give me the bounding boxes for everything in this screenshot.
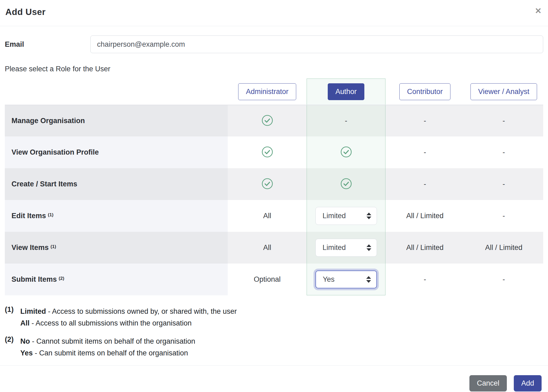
footnote-line: Limited - Access to submissions owned by… (20, 305, 237, 317)
permission-label: View Items(1) (5, 232, 228, 264)
email-field[interactable] (90, 36, 543, 53)
permission-cell: - (464, 136, 543, 168)
select-updown-icon (366, 276, 371, 283)
permission-cell: All (228, 232, 307, 264)
not-available-dash: - (503, 180, 505, 188)
footnotes: (1)Limited - Access to submissions owned… (5, 305, 543, 359)
modal-footer: Cancel Add (0, 365, 548, 391)
footnote-ref: (1) (48, 212, 53, 218)
footnote-line: No - Cannot submit items on behalf of th… (20, 335, 195, 347)
permission-cell (228, 168, 307, 200)
not-available-dash: - (345, 117, 347, 125)
permission-cell: Limited (307, 232, 385, 264)
footnote: (1)Limited - Access to submissions owned… (5, 305, 543, 329)
footnote-line: All - Access to all submissions within t… (20, 317, 237, 329)
permission-value: All (263, 244, 271, 252)
email-row: Email (5, 36, 543, 53)
permission-cell: Limited (307, 200, 385, 232)
permission-value: All / Limited (485, 244, 523, 252)
permission-cell (228, 136, 307, 168)
permission-cell (307, 136, 385, 168)
table-row: Create / Start Items-- (5, 168, 543, 200)
check-circle-icon (340, 146, 352, 159)
permission-label: Submit Items(2) (5, 264, 228, 295)
not-available-dash: - (503, 148, 505, 156)
footnote-ref: (2) (59, 276, 64, 281)
not-available-dash: - (424, 148, 426, 156)
permission-cell: All / Limited (385, 232, 464, 264)
check-circle-icon (261, 115, 273, 127)
permission-cell: All / Limited (464, 232, 543, 264)
permission-cell: - (385, 168, 464, 200)
permission-label: Edit Items(1) (5, 200, 228, 232)
email-label: Email (5, 40, 90, 49)
role-prompt: Please select a Role for the User (5, 65, 543, 73)
not-available-dash: - (503, 212, 505, 220)
modal-title: Add User (5, 7, 46, 17)
role-button-administrator[interactable]: Administrator (238, 83, 296, 100)
role-header-spacer (5, 79, 228, 105)
permission-label: Manage Organisation (5, 105, 228, 136)
permission-cell: - (307, 105, 385, 136)
table-row: Edit Items(1)AllLimitedAll / Limited- (5, 200, 543, 232)
footnote: (2)No - Cannot submit items on behalf of… (5, 335, 543, 359)
footnote-marker: (1) (5, 305, 20, 329)
select-updown-icon (366, 213, 371, 219)
permission-value: Optional (254, 275, 281, 284)
permission-cell: - (385, 136, 464, 168)
role-column-administrator: Administrator (228, 79, 307, 105)
permission-select[interactable]: Limited (315, 207, 377, 225)
permissions-table: AdministratorAuthorContributorViewer / A… (5, 79, 543, 295)
table-row: Submit Items(2)OptionalYes-- (5, 264, 543, 295)
not-available-dash: - (424, 180, 426, 188)
permission-select[interactable]: Yes (315, 271, 377, 288)
table-row: Manage Organisation--- (5, 105, 543, 136)
not-available-dash: - (503, 275, 505, 284)
permission-value: All / Limited (406, 212, 444, 220)
not-available-dash: - (503, 117, 505, 125)
role-button-contributor[interactable]: Contributor (399, 83, 451, 100)
permission-value: All (263, 212, 271, 220)
permission-cell: - (464, 264, 543, 295)
permission-select[interactable]: Limited (315, 239, 377, 257)
permission-cell: Yes (307, 264, 385, 295)
cancel-button[interactable]: Cancel (469, 375, 507, 391)
permission-label: View Organisation Profile (5, 136, 228, 168)
modal-header: Add User ✕ (0, 0, 548, 26)
permission-cell: All (228, 200, 307, 232)
permission-cell: - (385, 264, 464, 295)
not-available-dash: - (424, 117, 426, 125)
footnote-marker: (2) (5, 335, 20, 359)
role-column-author: Author (307, 79, 385, 105)
permission-cell: - (464, 105, 543, 136)
permission-cell: Optional (228, 264, 307, 295)
role-button-viewer-analyst[interactable]: Viewer / Analyst (470, 83, 537, 100)
role-button-author[interactable]: Author (328, 83, 365, 100)
check-circle-icon (261, 178, 273, 191)
close-icon[interactable]: ✕ (535, 7, 542, 15)
table-row: View Organisation Profile-- (5, 136, 543, 168)
check-circle-icon (340, 178, 352, 191)
permission-cell (307, 168, 385, 200)
role-column-contributor: Contributor (385, 79, 464, 105)
permission-label: Create / Start Items (5, 168, 228, 200)
footnote-ref: (1) (51, 244, 56, 249)
permission-cell: - (385, 105, 464, 136)
not-available-dash: - (424, 275, 426, 284)
permission-value: All / Limited (406, 244, 444, 252)
permission-cell: - (464, 168, 543, 200)
select-updown-icon (366, 244, 371, 251)
check-circle-icon (261, 146, 273, 159)
permission-cell: All / Limited (385, 200, 464, 232)
table-row: View Items(1)AllLimitedAll / LimitedAll … (5, 232, 543, 264)
role-column-viewer-analyst: Viewer / Analyst (464, 79, 543, 105)
footnote-line: Yes - Can submit items on behalf of the … (20, 347, 195, 359)
add-user-modal: Add User ✕ Email Please select a Role fo… (0, 0, 548, 391)
role-header-row: AdministratorAuthorContributorViewer / A… (5, 79, 543, 105)
permission-cell: - (464, 200, 543, 232)
permission-cell (228, 105, 307, 136)
modal-body: Email Please select a Role for the User … (0, 36, 548, 359)
add-button[interactable]: Add (514, 375, 542, 391)
